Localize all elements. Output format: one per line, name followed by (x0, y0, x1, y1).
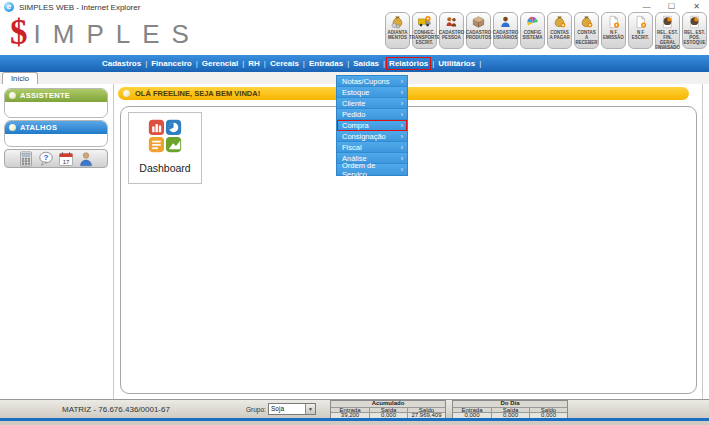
dropdown-item-ordem-de-servico[interactable]: Ordem de Serviço› (337, 164, 407, 175)
dropdown-item-compra[interactable]: Compra› (337, 120, 407, 131)
toolbar-button-config-sistema[interactable]: CONFIG SISTEMA (520, 12, 545, 49)
bullet-icon (123, 90, 130, 97)
app-header: $ IMPLES ADIANTA MENTOS CONHEC. TRANSPOR… (0, 14, 709, 55)
logo-text: IMPLES (34, 17, 201, 51)
pie-report-icon (660, 15, 675, 29)
simples-web-window: e SIMPLES WEB - Internet Explorer — ☐ ✕ … (0, 0, 709, 425)
menu-relatorios[interactable]: Relatórios (387, 58, 430, 69)
bullet-icon (9, 92, 16, 99)
moneybag-plus-icon (579, 15, 594, 29)
dropdown-item-cliente[interactable]: Cliente› (337, 98, 407, 109)
dropdown-item-notas-cupons[interactable]: Notas/Cupons› (337, 76, 407, 87)
document-plus-icon (606, 15, 621, 29)
toolbar-button-rel-est-pos-estoque[interactable]: REL. EST. POS. ESTOQUE (682, 12, 707, 49)
tab-inicio[interactable]: Início (2, 72, 38, 84)
toolbar-button-contas-a-pagar[interactable]: CONTAS A PAGAR (547, 12, 572, 49)
dropdown-item-estoque[interactable]: Estoque› (337, 87, 407, 98)
toolbar-button-adiantamentos[interactable]: ADIANTA MENTOS (385, 12, 410, 49)
toolbar-button-cadastro-usuarios[interactable]: CADASTRO USUÁRIOS (493, 12, 518, 49)
toolbar-button-label: CONTAS A RECEBER (575, 30, 599, 45)
toolbar-button-rel-est-envasado[interactable]: REL. EST. FIN. GERAL ENVASADO (655, 12, 680, 49)
dropdown-item-label: Ordem de Serviço (342, 161, 401, 179)
main-content-panel: Dashboard (120, 106, 697, 394)
menu-entradas[interactable]: Entradas (307, 58, 345, 69)
toolbar-button-label: CADASTRO USUÁRIOS (492, 30, 520, 40)
person-icon (498, 15, 513, 29)
menu-rh[interactable]: RH (246, 58, 262, 69)
content-right-border (702, 84, 703, 399)
menu-cadastros[interactable]: Cadastros (100, 58, 143, 69)
dropdown-item-label: Cliente (342, 99, 365, 108)
quick-access-toolbar: ADIANTA MENTOS CONHEC. TRANSPORTE ESCRIT… (385, 12, 707, 49)
svg-text:17: 17 (63, 158, 70, 164)
pie-report-icon (687, 15, 702, 29)
toolbar-button-conhec-transporte[interactable]: CONHEC. TRANSPORTE ESCRIT. (412, 12, 437, 49)
dropdown-item-label: Consignação (342, 132, 386, 141)
toolbar-button-label: CONTAS A PAGAR (548, 30, 571, 40)
dropdown-item-fiscal[interactable]: Fiscal› (337, 142, 407, 153)
toolbar-button-nf-emissao[interactable]: N F EMISSÃO (601, 12, 626, 49)
submenu-arrow-icon: › (401, 78, 403, 85)
assistente-header[interactable]: ASSISTENTE (5, 89, 107, 102)
submenu-arrow-icon: › (401, 100, 403, 107)
toolbar-button-label: N F ESCRIT. (629, 30, 652, 40)
toolbar-button-nf-escrit[interactable]: N F ESCRIT. (628, 12, 653, 49)
document-plus-icon (633, 15, 648, 29)
main-menu-bar: Cadastros| Financeiro| Gerencial| RH| Ce… (0, 55, 709, 72)
atalhos-header[interactable]: ATALHOS (5, 121, 107, 134)
calculator-icon[interactable] (18, 151, 34, 167)
toolbar-button-cadastro-produtos[interactable]: CADASTRO PRODUTOS (466, 12, 491, 49)
dropdown-item-pedido[interactable]: Pedido› (337, 109, 407, 120)
window-title: SIMPLES WEB - Internet Explorer (19, 3, 140, 12)
simples-logo: $ IMPLES (10, 14, 201, 52)
acumulado-table: Acumulado Entrada Saída Saldo 39,200 0,0… (330, 400, 446, 419)
welcome-message: OLÁ FREELINE, SEJA BEM VINDA! (135, 89, 260, 98)
user-icon[interactable] (78, 151, 94, 167)
sidebar-divider (113, 84, 114, 399)
submenu-arrow-icon: › (401, 111, 403, 118)
toolbar-button-contas-a-receber[interactable]: CONTAS A RECEBER (574, 12, 599, 49)
dashboard-label: Dashboard (139, 162, 190, 174)
palette-icon (525, 15, 540, 29)
help-icon[interactable]: ? (38, 151, 54, 167)
assistente-panel: ASSISTENTE (4, 88, 108, 118)
relatorios-dropdown-menu: Notas/Cupons› Estoque› Cliente› Pedido› … (336, 75, 408, 176)
dropdown-arrow-icon[interactable]: ▼ (305, 404, 315, 414)
menu-financeiro[interactable]: Financeiro (149, 58, 193, 69)
toolbar-button-label: CADASTRO PRODUTOS (465, 30, 493, 40)
toolbar-button-label: ADIANTA MENTOS (386, 30, 409, 40)
internet-explorer-icon: e (4, 2, 14, 12)
calendar-icon[interactable]: 17 (58, 151, 74, 167)
dashboard-shortcut[interactable]: Dashboard (128, 112, 202, 184)
moneybag-plus-icon (552, 15, 567, 29)
people-icon (444, 15, 459, 29)
grupo-selected-value: Soja (269, 404, 305, 414)
menu-saidas[interactable]: Saídas (351, 58, 381, 69)
grupo-select[interactable]: Soja ▼ (268, 403, 316, 415)
toolbar-button-label: CONFIG SISTEMA (521, 30, 544, 40)
assistente-label: ASSISTENTE (20, 91, 70, 100)
dropdown-item-consignacao[interactable]: Consignação› (337, 131, 407, 142)
box-icon (471, 15, 486, 29)
toolbar-button-label: CADASTRO PESSOA (438, 30, 466, 40)
svg-text:?: ? (44, 153, 49, 162)
toolbar-button-label: N F EMISSÃO (602, 30, 625, 40)
toolbar-button-cadastro-pessoa[interactable]: CADASTRO PESSOA (439, 12, 464, 49)
submenu-arrow-icon: › (401, 144, 403, 151)
truck-plus-icon (417, 15, 432, 29)
menu-cereais[interactable]: Cereais (268, 58, 301, 69)
submenu-arrow-icon: › (401, 122, 403, 129)
submenu-arrow-icon: › (401, 155, 403, 162)
status-bar: MATRIZ - 76.676.436/0001-67 Grupo: Soja … (0, 399, 709, 418)
menu-utilitarios[interactable]: Utilitários (436, 58, 477, 69)
dropdown-item-label: Notas/Cupons (342, 77, 390, 86)
dropdown-item-label: Pedido (342, 110, 365, 119)
dropdown-item-label: Compra (342, 121, 369, 130)
logo-dollar-sign: $ (10, 14, 28, 52)
moneybag-coin-icon (390, 15, 405, 29)
submenu-arrow-icon: › (401, 89, 403, 96)
toolbar-button-label: REL. EST. FIN. GERAL ENVASADO (654, 30, 681, 50)
dropdown-item-label: Fiscal (342, 143, 362, 152)
menu-gerencial[interactable]: Gerencial (200, 58, 240, 69)
toolbar-button-label: CONHEC. TRANSPORTE ESCRIT. (408, 30, 441, 45)
